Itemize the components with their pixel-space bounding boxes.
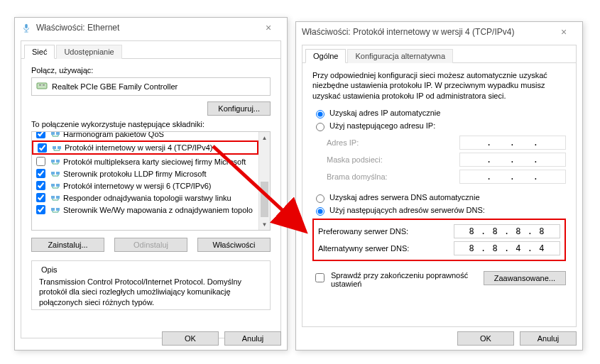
- radio-dns-manual[interactable]: Użyj następujących adresów serwerów DNS:: [312, 205, 566, 216]
- radio-ip-manual[interactable]: Użyj następującego adresu IP:: [312, 121, 566, 131]
- tab-network[interactable]: Sieć: [24, 45, 55, 59]
- tabstrip: Ogólne Konfiguracja alternatywna: [302, 45, 576, 63]
- advanced-button[interactable]: Zaawansowane...: [484, 271, 566, 285]
- svg-rect-12: [51, 184, 55, 187]
- protocol-icon: [50, 206, 60, 214]
- cancel-button[interactable]: Anuluj: [520, 331, 577, 346]
- network-mic-icon: [21, 22, 32, 33]
- description-text: Transmission Control Protocol/Internet P…: [39, 277, 263, 307]
- ip-address-field: . . .: [459, 136, 566, 150]
- adapter-name: Realtek PCIe GBE Family Controller: [52, 82, 178, 91]
- protocol-icon: [50, 194, 60, 202]
- validate-checkbox[interactable]: [315, 273, 324, 282]
- scroll-down-icon[interactable]: ▼: [259, 219, 270, 230]
- checkbox[interactable]: [36, 193, 45, 202]
- titlebar[interactable]: Właściwości: Ethernet ×: [15, 18, 287, 38]
- radio-ip-auto[interactable]: Uzyskaj adres IP automatycznie: [312, 108, 566, 118]
- dns-highlight-box: Preferowany serwer DNS: 8 . 8 . 8 . 8 Al…: [312, 219, 566, 261]
- tab-alt-config[interactable]: Konfiguracja alternatywna: [347, 49, 453, 63]
- install-button[interactable]: Zainstaluj...: [31, 238, 104, 252]
- svg-rect-1: [37, 83, 47, 89]
- intro-text: Przy odpowiedniej konfiguracji sieci moż…: [312, 70, 566, 101]
- scroll-up-icon[interactable]: ▲: [259, 132, 270, 143]
- list-item[interactable]: Protokół multipleksera karty sieciowej f…: [32, 155, 258, 167]
- ip-address-label: Adres IP:: [327, 138, 459, 147]
- scroll-thumb[interactable]: [261, 182, 268, 217]
- list-item[interactable]: Sterownik We/Wy mapowania z odnajdywanie…: [32, 204, 258, 216]
- ethernet-properties-dialog: Właściwości: Ethernet × Sieć Udostępnian…: [14, 17, 288, 351]
- ipv4-properties-dialog: Właściwości: Protokół internetowy w wers…: [295, 21, 583, 351]
- close-icon[interactable]: ×: [550, 26, 578, 38]
- scrollbar[interactable]: ▲ ▼: [258, 132, 270, 230]
- list-item[interactable]: Harmonogram pakietów QoS: [32, 131, 258, 140]
- cancel-button[interactable]: Anuluj: [224, 331, 281, 346]
- components-listbox[interactable]: Harmonogram pakietów QoS Protokół intern…: [31, 131, 271, 231]
- svg-rect-11: [56, 172, 60, 175]
- radio[interactable]: [316, 194, 324, 203]
- list-item[interactable]: Sterownik protokołu LLDP firmy Microsoft: [32, 167, 258, 180]
- nic-icon: [36, 81, 48, 92]
- list-item-ipv4[interactable]: Protokół internetowy w wersji 4 (TCP/IPv…: [32, 140, 258, 155]
- svg-rect-0: [25, 24, 28, 28]
- svg-rect-13: [56, 184, 60, 187]
- alt-dns-label: Alternatywny serwer DNS:: [318, 244, 454, 253]
- radio[interactable]: [316, 207, 324, 216]
- svg-rect-9: [56, 160, 60, 162]
- list-item[interactable]: Responder odnajdywania topologii warstwy…: [32, 192, 258, 204]
- dialog-title: Właściwości: Protokół internetowy w wers…: [302, 27, 550, 37]
- svg-rect-2: [39, 84, 41, 86]
- protocol-icon: [50, 158, 60, 165]
- gateway-field: . . .: [459, 170, 566, 184]
- subnet-mask-label: Maska podsieci:: [327, 155, 459, 164]
- svg-rect-10: [51, 172, 55, 175]
- checkbox[interactable]: [36, 169, 45, 178]
- svg-rect-4: [51, 132, 55, 135]
- titlebar[interactable]: Właściwości: Protokół internetowy w wers…: [296, 22, 582, 42]
- pref-dns-label: Preferowany serwer DNS:: [318, 227, 454, 236]
- checkbox[interactable]: [36, 205, 45, 214]
- radio[interactable]: [316, 123, 324, 131]
- subnet-mask-field: . . .: [459, 153, 566, 167]
- svg-rect-6: [53, 146, 56, 149]
- protocol-icon: [50, 170, 60, 177]
- checkbox[interactable]: [36, 131, 45, 138]
- tab-general[interactable]: Ogólne: [305, 49, 346, 63]
- configure-button[interactable]: Konfiguruj...: [207, 101, 271, 116]
- connect-using-label: Połącz, używając:: [31, 66, 271, 75]
- close-icon[interactable]: ×: [254, 22, 283, 33]
- svg-rect-17: [56, 208, 60, 211]
- dialog-title: Właściwości: Ethernet: [36, 23, 254, 33]
- svg-rect-15: [56, 196, 60, 199]
- uninstall-button: Odinstaluj: [114, 238, 187, 252]
- components-label: To połączenie wykorzystuje następujące s…: [31, 120, 271, 128]
- radio[interactable]: [316, 110, 324, 118]
- alt-dns-field[interactable]: 8 . 8 . 4 . 4: [454, 241, 560, 255]
- ok-button[interactable]: OK: [457, 331, 514, 346]
- list-item[interactable]: Protokół internetowy w wersji 6 (TCP/IPv…: [32, 180, 258, 192]
- svg-rect-14: [51, 196, 55, 199]
- tabstrip: Sieć Udostępnianie: [21, 41, 280, 59]
- gateway-label: Brama domyślna:: [327, 172, 459, 181]
- svg-rect-8: [51, 160, 55, 162]
- svg-rect-16: [51, 208, 55, 211]
- protocol-icon: [50, 131, 60, 138]
- svg-rect-7: [58, 146, 61, 149]
- checkbox[interactable]: [38, 143, 47, 153]
- radio-dns-auto[interactable]: Uzyskaj adres serwera DNS automatycznie: [312, 192, 566, 203]
- description-heading: Opis: [39, 265, 60, 274]
- checkbox[interactable]: [36, 157, 45, 166]
- ok-button[interactable]: OK: [162, 331, 219, 346]
- svg-rect-5: [56, 132, 60, 135]
- svg-rect-3: [43, 84, 45, 86]
- validate-label: Sprawdź przy zakończeniu poprawność usta…: [331, 271, 479, 288]
- protocol-icon: [50, 182, 60, 189]
- properties-button[interactable]: Właściwości: [197, 238, 271, 252]
- pref-dns-field[interactable]: 8 . 8 . 8 . 8: [454, 224, 560, 238]
- adapter-field: Realtek PCIe GBE Family Controller: [31, 77, 271, 96]
- checkbox[interactable]: [36, 181, 45, 190]
- protocol-icon: [52, 144, 62, 152]
- tab-sharing[interactable]: Udostępnianie: [56, 45, 121, 59]
